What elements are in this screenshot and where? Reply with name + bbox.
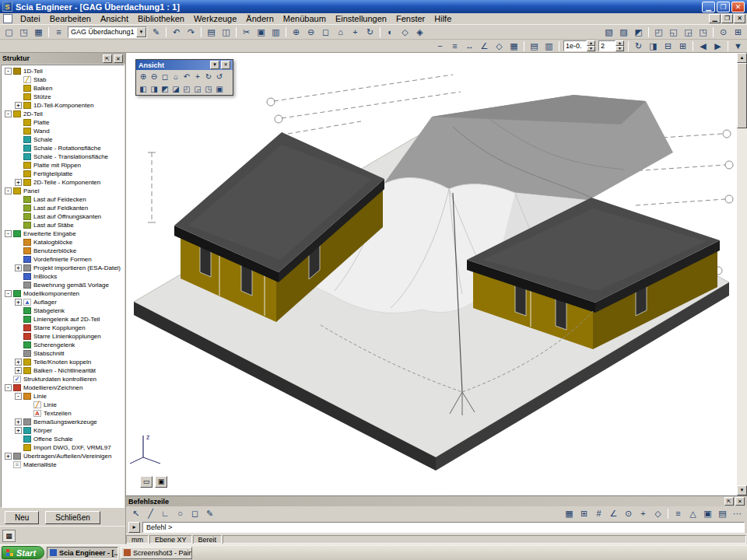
copy-icon[interactable]: ▣ — [254, 26, 268, 38]
view-right-icon[interactable]: ◲ — [192, 83, 203, 94]
snap-settings-icon[interactable]: ⊞ — [731, 26, 745, 38]
minus-box-icon[interactable]: - — [5, 68, 12, 75]
axonometry-icon[interactable]: ◳ — [696, 26, 710, 38]
neu-button[interactable]: Neu — [5, 511, 39, 524]
next-view-icon[interactable]: ▶ — [710, 40, 725, 51]
tree-item-last-auf-st-be[interactable]: Last auf Stäbe — [2, 221, 124, 229]
tree-item-strukturdaten-kontrollieren[interactable]: ✓Strukturdaten kontrollieren — [2, 375, 124, 383]
tree-item-platte[interactable]: Platte — [2, 118, 124, 127]
child-close-icon[interactable]: ✕ — [734, 14, 745, 23]
tree-item-1d-teil[interactable]: -1D-Teil — [2, 67, 124, 75]
tree-item-teile-knoten-koppeln[interactable]: +Teile/Knoten koppeln — [2, 358, 124, 366]
child-minimize-icon[interactable]: ▁ — [709, 14, 721, 23]
rotate-view-icon[interactable]: ↻ — [363, 26, 377, 38]
cut-icon[interactable]: ✂ — [239, 26, 254, 38]
snap-center-icon[interactable]: ⊙ — [621, 507, 636, 520]
grid-toggle-icon[interactable]: ▦ — [562, 507, 577, 520]
paste-icon[interactable]: ▥ — [268, 26, 283, 38]
tree-item-last-auf-feldecken[interactable]: Last auf Feldecken — [2, 195, 124, 204]
tree-item-schale[interactable]: Schale — [2, 135, 124, 144]
zoom-window-icon[interactable]: ◻ — [318, 26, 333, 38]
undo-icon[interactable]: ↶ — [169, 26, 184, 38]
hatch-icon[interactable]: ▦ — [507, 40, 521, 51]
menu-bibliotheken[interactable]: Bibliotheken — [133, 13, 189, 25]
view-menu-icon[interactable]: ▼ — [731, 40, 745, 51]
redo-icon[interactable]: ↷ — [184, 26, 198, 38]
bounding-box-icon[interactable]: ⊞ — [675, 40, 690, 51]
viewport-scrollbar[interactable]: ▲ ▼ — [737, 53, 747, 495]
print-preview-icon[interactable]: ◫ — [219, 26, 233, 38]
child-restore-icon[interactable]: ❐ — [721, 14, 733, 23]
command-history-icon[interactable]: ▸ — [128, 522, 140, 533]
line-grid-icon[interactable]: − — [433, 40, 447, 51]
panel-close-icon[interactable]: ✕ — [114, 54, 123, 63]
tree-item-modellieren-zeichnen[interactable]: -Modellieren/Zeichnen — [2, 383, 124, 392]
view-z-icon[interactable]: ◲ — [681, 26, 696, 38]
view-x-icon[interactable]: ◰ — [651, 26, 666, 38]
view-axo-icon[interactable]: ◳ — [203, 83, 214, 94]
tree-item-balken[interactable]: Balken — [2, 84, 124, 93]
minus-box-icon[interactable]: - — [5, 230, 12, 237]
project-combo[interactable]: GAG Überdachung1 ▼ — [68, 26, 147, 38]
spin-up-icon[interactable]: ▲ — [615, 40, 624, 46]
minus-box-icon[interactable]: - — [5, 187, 12, 194]
wireframe-mode-icon[interactable]: ◇ — [398, 26, 412, 38]
tree-item-offene-schale[interactable]: Offene Schale — [2, 435, 124, 443]
view-bottom-icon[interactable]: ◪ — [170, 83, 181, 94]
tree-item-2d-teil[interactable]: -2D-Teil — [2, 110, 124, 118]
coordinate-info-icon[interactable]: ⊙ — [716, 26, 731, 38]
tree-item-linie[interactable]: ╱Linie — [2, 401, 124, 409]
tree-item-stabgelenk[interactable]: Stabgelenk — [2, 306, 124, 315]
layers-cmd-icon[interactable]: ▤ — [715, 507, 730, 520]
minus-box-icon[interactable]: - — [15, 393, 22, 400]
draw-polyline-icon[interactable]: ∟ — [158, 507, 173, 520]
spin-down-icon[interactable]: ▼ — [615, 46, 624, 51]
menu-bearbeiten[interactable]: Bearbeiten — [45, 13, 96, 25]
chevron-down-icon[interactable]: ▼ — [210, 61, 219, 69]
refresh-icon[interactable]: ↻ — [631, 40, 646, 51]
tree-item-panel[interactable]: -Panel — [2, 187, 124, 195]
zoom-out-icon[interactable]: ⊖ — [303, 26, 318, 38]
scroll-up-icon[interactable]: ▲ — [737, 53, 747, 63]
snap-endpoint-icon[interactable]: ◇ — [651, 507, 665, 520]
taskbar-task-scia-engineer[interactable]: Scia Engineer - [... — [47, 547, 118, 559]
tree-item-benutzerbl-cke[interactable]: Benutzerblöcke — [2, 247, 124, 255]
zoom-in-icon[interactable]: ⊕ — [138, 71, 149, 82]
tree-item-katalogbl-cke[interactable]: Katalogblöcke — [2, 238, 124, 247]
tree-item-k-rper[interactable]: +Körper — [2, 426, 124, 435]
view-top-icon[interactable]: ◩ — [160, 83, 170, 94]
snap-angle-icon[interactable]: ∠ — [606, 507, 621, 520]
viewport-3d[interactable]: z Ansicht ▼ ✕ ⊕⊖◻⌂↶+↻↺ ◧◨◩◪◰◲◳▣ — [126, 53, 747, 495]
view-y-icon[interactable]: ◱ — [666, 26, 681, 38]
zoom-all-icon[interactable]: ⌂ — [170, 71, 181, 82]
tree-item-bema-ungswerkzeuge[interactable]: +Bemaßungswerkzeuge — [2, 418, 124, 426]
project-settings-icon[interactable]: ≡ — [51, 26, 66, 38]
schliessen-button[interactable]: Schließen — [45, 511, 100, 524]
chevron-down-icon[interactable]: ▼ — [136, 27, 146, 37]
befehlszeile-header[interactable]: Befehlszeile ⇱ ✕ — [126, 496, 747, 506]
tree-item-last-auf-feldkanten[interactable]: Last auf Feldkanten — [2, 204, 124, 212]
numbering-icon[interactable]: ▤ — [527, 40, 542, 51]
draw-line-icon[interactable]: ╱ — [143, 507, 158, 520]
dimension-line-icon[interactable]: ↔ — [462, 40, 477, 51]
pan-icon[interactable]: + — [348, 26, 363, 38]
tree-item-starre-kopplungen[interactable]: Starre Kopplungen — [2, 324, 124, 332]
layers-icon[interactable]: ▧ — [601, 26, 616, 38]
precision-input[interactable] — [563, 40, 587, 51]
menu-ndern[interactable]: Ändern — [241, 13, 278, 25]
minimize-icon[interactable]: ▁ — [702, 2, 715, 12]
spin-up-icon[interactable]: ▲ — [587, 40, 595, 46]
plus-box-icon[interactable]: + — [15, 359, 22, 366]
dot-grid-icon[interactable]: ⋯ — [730, 507, 745, 520]
hidden-lines-icon[interactable]: ◈ — [412, 26, 427, 38]
open-project-icon[interactable]: ◳ — [16, 26, 31, 38]
visibility-icon[interactable]: ◩ — [631, 26, 646, 38]
scroll-down-icon[interactable]: ▼ — [737, 485, 747, 495]
plus-box-icon[interactable]: + — [15, 179, 22, 186]
plane-indicator[interactable]: Ebene XY — [149, 535, 192, 544]
tree-item-textzeilen[interactable]: ATextzeilen — [2, 409, 124, 418]
pin-icon[interactable]: ⇱ — [724, 497, 734, 506]
tree-item-bewehrung-gem-vorlage[interactable]: Bewehrung gemäß Vorlage — [2, 281, 124, 289]
tree-item-auflager[interactable]: +▲Auflager — [2, 298, 124, 306]
tree-item-materialliste[interactable]: ≡Materialliste — [2, 460, 124, 469]
